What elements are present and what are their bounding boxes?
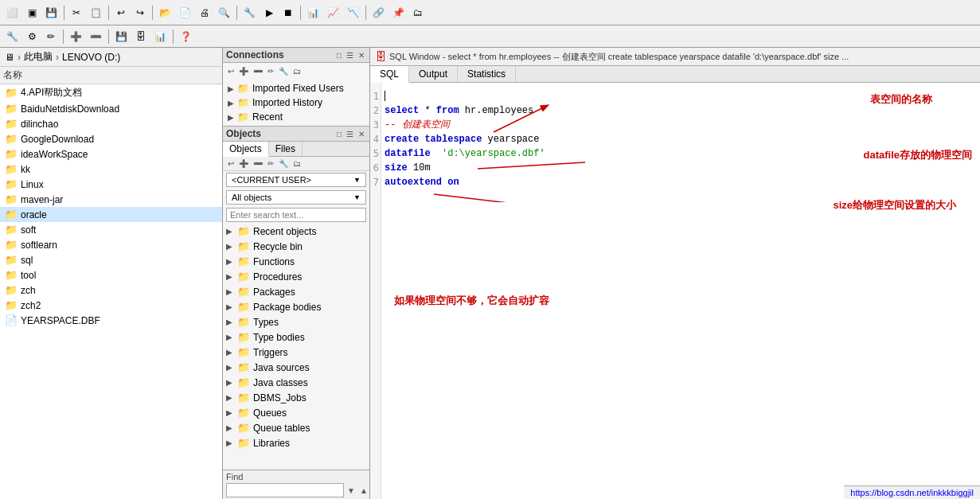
toolbar-btn-undo[interactable]: ↩ [112, 4, 130, 21]
file-item-zch2[interactable]: 📁zch2 [0, 298, 222, 313]
toolbar-btn-5[interactable]: 📂 [156, 4, 174, 21]
toolbar-btn-14[interactable]: 📉 [344, 4, 362, 21]
obj-item-recycle-bin[interactable]: ▶📁Recycle bin [223, 239, 369, 254]
tab-files[interactable]: Files [269, 142, 303, 156]
obj-item-libraries[interactable]: ▶📁Libraries [223, 435, 369, 450]
toolbar-btn-redo[interactable]: ↪ [131, 4, 149, 21]
file-item-ideaworkspace[interactable]: 📁ideaWorkSpace [0, 146, 222, 162]
connections-menu[interactable]: ☰ [345, 50, 355, 60]
obj-item-dbms-jobs[interactable]: ▶📁DBMS_Jobs [223, 390, 369, 405]
toolbar2-btn-6[interactable]: 💾 [112, 28, 131, 45]
obj-item-type-bodies[interactable]: ▶📁Type bodies [223, 329, 369, 345]
sql-editor[interactable]: select * from hr.employees -- 创建表空间 crea… [381, 83, 980, 499]
toolbar-btn-7[interactable]: 🖨 [196, 4, 213, 21]
conn-imported-history[interactable]: ▶ 📁 Imported History [226, 96, 366, 110]
conn-folder[interactable]: 🗂 [291, 66, 303, 76]
file-item-4-api帮助文档[interactable]: 📁4.API帮助文档 [0, 84, 222, 101]
toolbar2-btn-1[interactable]: 🔧 [3, 28, 21, 45]
find-input[interactable] [226, 483, 344, 497]
file-item-linux[interactable]: 📁Linux [0, 177, 222, 192]
file-item-kk[interactable]: 📁kk [0, 162, 222, 177]
toolbar-btn-12[interactable]: 📊 [304, 4, 322, 21]
toolbar-btn-1[interactable]: ⬜ [3, 4, 21, 21]
connections-close[interactable]: ✕ [357, 50, 366, 60]
connections-minimize[interactable]: □ [335, 50, 343, 60]
file-item-label: GoogleDownload [21, 134, 94, 145]
file-item-baidunetdiskdownload[interactable]: 📁BaiduNetdiskDownload [0, 101, 222, 116]
obj-item-queues[interactable]: ▶📁Queues [223, 405, 369, 420]
tab-sql[interactable]: SQL [370, 66, 409, 83]
obj-item-java-sources[interactable]: ▶📁Java sources [223, 360, 369, 375]
tab-objects[interactable]: Objects [223, 142, 269, 157]
conn-add[interactable]: ➕ [237, 66, 250, 76]
toolbar-btn-cut[interactable]: ✂ [68, 4, 85, 21]
file-item-oracle[interactable]: 📁oracle [0, 207, 222, 222]
file-item-googledownload[interactable]: 📁GoogleDownload [0, 131, 222, 146]
file-item-maven-jar[interactable]: 📁maven-jar [0, 192, 222, 207]
obj-item-functions[interactable]: ▶📁Functions [223, 254, 369, 269]
find-next[interactable]: ▲ [358, 485, 369, 496]
objects-minimize[interactable]: □ [335, 129, 343, 139]
toolbar2-btn-3[interactable]: ✏ [42, 28, 60, 45]
toolbar2-btn-7[interactable]: 🗄 [132, 28, 150, 45]
obj-expand-icon: ▶ [226, 227, 234, 236]
objects-menu[interactable]: ☰ [345, 129, 355, 139]
obj-edit[interactable]: ✏ [266, 158, 275, 169]
toolbar-btn-9[interactable]: 🔧 [240, 4, 259, 21]
toolbar2-btn-2[interactable]: ⚙ [23, 28, 41, 45]
objects-close[interactable]: ✕ [357, 129, 366, 139]
obj-item-triggers[interactable]: ▶📁Triggers [223, 345, 369, 360]
file-tree-header: 名称 [0, 67, 222, 84]
conn-settings[interactable]: 🔧 [277, 66, 290, 76]
conn-recent[interactable]: ▶ 📁 Recent [226, 110, 366, 124]
toolbar-btn-8[interactable]: 🔍 [215, 4, 233, 21]
file-item-dilinchao[interactable]: 📁dilinchao [0, 116, 222, 131]
file-item-soft[interactable]: 📁soft [0, 222, 222, 237]
search-input[interactable] [226, 208, 366, 222]
toolbar-btn-10[interactable]: ▶ [260, 4, 278, 21]
all-objects-dropdown[interactable]: All objects ▼ [226, 190, 366, 205]
find-prev[interactable]: ▼ [346, 485, 357, 496]
toolbar-btn-6[interactable]: 📄 [176, 4, 194, 21]
obj-item-packages[interactable]: ▶📁Packages [223, 284, 369, 299]
toolbar2-help[interactable]: ❓ [177, 28, 195, 45]
conn-remove[interactable]: ➖ [252, 66, 264, 76]
toolbar-btn-17[interactable]: 🗂 [409, 4, 427, 21]
obj-add[interactable]: ➕ [237, 158, 250, 169]
obj-item-package-bodies[interactable]: ▶📁Package bodies [223, 299, 369, 314]
breadcrumb-drive[interactable]: LENOVO (D:) [62, 52, 120, 63]
file-item-sql[interactable]: 📁sql [0, 252, 222, 267]
obj-item-java-classes[interactable]: ▶📁Java classes [223, 375, 369, 390]
toolbar-btn-16[interactable]: 📌 [389, 4, 408, 21]
current-user-dropdown[interactable]: <CURRENT USER> ▼ [226, 173, 366, 187]
conn-refresh[interactable]: ↩ [226, 66, 236, 76]
breadcrumb-pc[interactable]: 此电脑 [24, 50, 53, 64]
conn-edit[interactable]: ✏ [266, 66, 275, 76]
toolbar2-btn-4[interactable]: ➕ [67, 28, 85, 45]
conn-imported-fixed[interactable]: ▶ 📁 Imported Fixed Users [226, 81, 366, 96]
toolbar-btn-13[interactable]: 📈 [324, 4, 342, 21]
file-item-tool[interactable]: 📁tool [0, 267, 222, 283]
file-item-yearspace-dbf[interactable]: 📄YEARSPACE.DBF [0, 313, 222, 328]
toolbar-btn-save[interactable]: 💾 [42, 4, 61, 21]
obj-item-types[interactable]: ▶📁Types [223, 314, 369, 329]
toolbar2-btn-5[interactable]: ➖ [87, 28, 105, 45]
file-item-softlearn[interactable]: 📁softlearn [0, 237, 222, 252]
toolbar-btn-copy[interactable]: 📋 [87, 4, 105, 21]
toolbar-btn-2[interactable]: ▣ [23, 4, 41, 21]
obj-remove[interactable]: ➖ [252, 158, 264, 169]
obj-item-queue-tables[interactable]: ▶📁Queue tables [223, 420, 369, 435]
obj-settings[interactable]: 🔧 [277, 158, 290, 169]
obj-folder[interactable]: 🗂 [291, 158, 303, 169]
obj-item-procedures[interactable]: ▶📁Procedures [223, 269, 369, 284]
file-item-zch[interactable]: 📁zch [0, 283, 222, 298]
toolbar2-btn-8[interactable]: 📊 [151, 28, 170, 45]
tab-output[interactable]: Output [409, 66, 458, 82]
obj-refresh[interactable]: ↩ [226, 158, 236, 169]
tab-statistics[interactable]: Statistics [458, 66, 516, 82]
annotation-datafile: datafile存放的物理空间 [863, 148, 972, 162]
toolbar-btn-15[interactable]: 🔗 [369, 4, 388, 21]
obj-item-recent-objects[interactable]: ▶📁Recent objects [223, 224, 369, 239]
toolbar-btn-11[interactable]: ⏹ [279, 4, 297, 21]
folder-icon: 📁 [5, 163, 18, 175]
